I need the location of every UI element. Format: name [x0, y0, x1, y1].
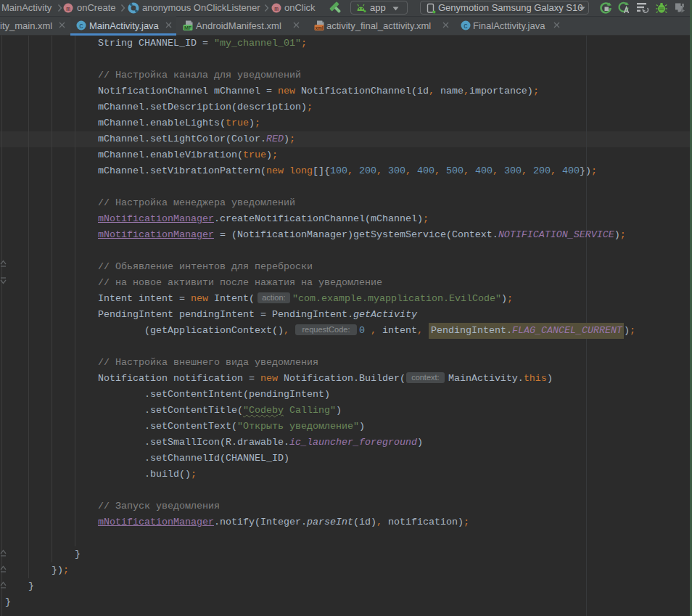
svg-text:m: m — [66, 5, 70, 13]
svg-text:C: C — [79, 23, 83, 30]
svg-text:m: m — [274, 5, 279, 13]
svg-text:C: C — [464, 23, 468, 30]
svg-text:MF: MF — [184, 25, 192, 30]
svg-text:xml: xml — [315, 25, 323, 30]
